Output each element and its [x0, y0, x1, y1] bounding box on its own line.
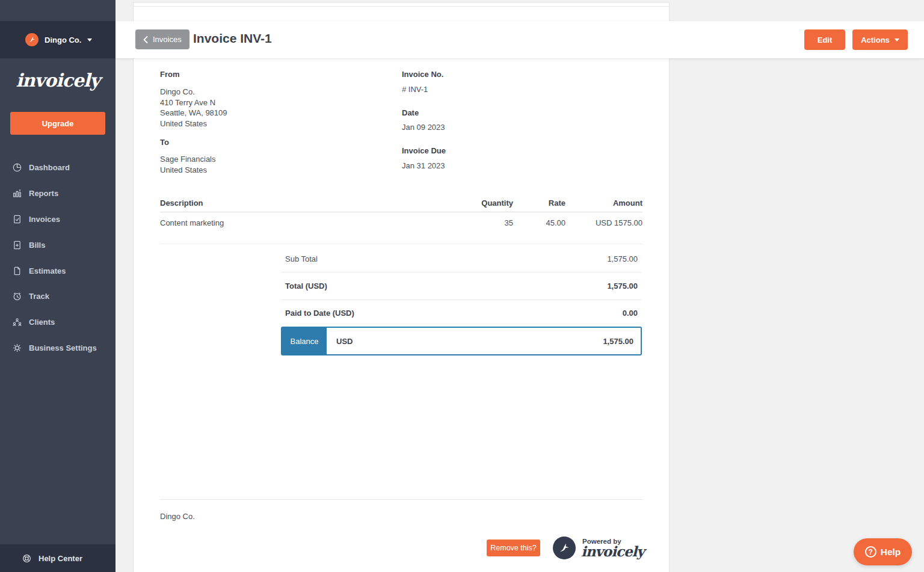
sidebar-item-clients[interactable]: Clients: [0, 313, 116, 331]
sidebar-item-label: Clients: [29, 318, 55, 327]
sidebar-item-label: Track: [29, 292, 49, 301]
line-item-description: Content marketing: [160, 218, 224, 227]
lifebuoy-icon: [22, 553, 32, 564]
balance-currency: USD: [336, 337, 353, 346]
from-line: United States: [160, 118, 227, 129]
sidebar-item-help-center[interactable]: Help Center: [0, 544, 116, 572]
clock-icon: [12, 291, 22, 301]
pie-chart-icon: [12, 162, 22, 173]
column-header-description: Description: [160, 198, 203, 208]
card-top-divider: [134, 6, 669, 7]
to-line: Sage Financials: [160, 154, 216, 165]
brand-logo: invoicely: [0, 70, 116, 91]
question-mark-icon: ?: [865, 546, 876, 558]
line-item-quantity: 35: [453, 218, 513, 227]
column-header-amount: Amount: [570, 198, 642, 208]
from-address: Dingo Co. 410 Terry Ave N Seattle, WA, 9…: [160, 87, 227, 129]
bar-chart-icon: [12, 188, 22, 198]
paid-to-date-label: Paid to Date (USD): [285, 309, 354, 318]
document-plus-icon: [12, 240, 22, 250]
total-value: 1,575.00: [517, 281, 638, 291]
sidebar-item-bills[interactable]: Bills: [0, 236, 116, 254]
invoice-due-label: Invoice Due: [402, 146, 446, 155]
line-item-rate: 45.00: [517, 218, 565, 227]
from-line: Dingo Co.: [160, 87, 227, 97]
chevron-left-icon: [143, 36, 148, 43]
invoice-due-value: Jan 31 2023: [402, 161, 445, 170]
from-line: 410 Terry Ave N: [160, 97, 227, 108]
back-to-invoices-button[interactable]: Invoices: [135, 29, 189, 49]
back-button-label: Invoices: [153, 35, 182, 44]
sidebar-item-label: Invoices: [29, 215, 60, 224]
remove-branding-button[interactable]: Remove this?: [487, 540, 540, 556]
line-item-amount: USD 1575.00: [570, 218, 642, 227]
powered-by-brand: invoicely: [581, 543, 644, 559]
sidebar-item-label: Dashboard: [29, 163, 70, 172]
subtotal-value: 1,575.00: [517, 254, 638, 263]
invoice-no-label: Invoice No.: [402, 70, 443, 79]
column-header-quantity: Quantity: [453, 198, 513, 208]
sidebar-item-business-settings[interactable]: Business Settings: [0, 339, 116, 357]
page-title: Invoice INV-1: [193, 31, 272, 46]
date-label: Date: [402, 108, 419, 117]
sidebar-item-label: Estimates: [29, 266, 66, 275]
sidebar-item-label: Reports: [29, 189, 58, 198]
table-header-divider: [160, 212, 642, 212]
gear-icon: [12, 343, 22, 353]
column-header-rate: Rate: [517, 198, 565, 208]
company-logo-icon: [25, 33, 38, 46]
subtotal-label: Sub Total: [285, 254, 318, 263]
sidebar-item-label: Business Settings: [29, 343, 97, 352]
paid-to-date-value: 0.00: [517, 309, 638, 318]
help-button[interactable]: ? Help: [854, 538, 912, 565]
actions-button-label: Actions: [861, 35, 890, 45]
invoice-no-value: # INV-1: [402, 85, 428, 94]
totals-divider: [281, 300, 642, 300]
account-switcher[interactable]: Dingo Co.: [0, 21, 116, 58]
people-icon: [12, 317, 22, 327]
total-label: Total (USD): [285, 281, 327, 291]
from-label: From: [160, 70, 180, 79]
footer-company-name: Dingo Co.: [160, 512, 195, 521]
totals-divider: [281, 272, 642, 272]
help-button-label: Help: [881, 547, 901, 558]
sidebar: Dingo Co. invoicely Upgrade Dashboard Re…: [0, 0, 116, 572]
date-value: Jan 09 2023: [402, 123, 445, 132]
sidebar-item-label: Bills: [29, 241, 45, 250]
sidebar-item-reports[interactable]: Reports: [0, 184, 116, 202]
balance-badge: Balance: [282, 328, 327, 354]
sidebar-item-invoices[interactable]: Invoices: [0, 210, 116, 228]
account-name: Dingo Co.: [45, 35, 81, 45]
table-bottom-divider: [160, 244, 642, 244]
to-line: United States: [160, 165, 216, 176]
help-center-label: Help Center: [38, 554, 82, 563]
to-label: To: [160, 138, 169, 147]
upgrade-button[interactable]: Upgrade: [10, 112, 105, 135]
balance-row: Balance USD 1,575.00: [281, 327, 642, 355]
from-line: Seattle, WA, 98109: [160, 108, 227, 118]
footer-divider: [160, 499, 642, 500]
sidebar-item-track[interactable]: Track: [0, 287, 116, 305]
to-address: Sage Financials United States: [160, 154, 216, 175]
page-header: Invoices Invoice INV-1 Edit Actions: [116, 21, 924, 58]
actions-button[interactable]: Actions: [852, 29, 908, 50]
chevron-down-icon: [87, 38, 92, 42]
document-icon: [12, 266, 22, 276]
balance-value: 1,575.00: [603, 337, 633, 346]
document-check-icon: [12, 214, 22, 224]
sidebar-item-estimates[interactable]: Estimates: [0, 262, 116, 280]
invoicely-bird-logo-icon: [553, 537, 576, 559]
edit-button[interactable]: Edit: [804, 29, 845, 50]
sidebar-item-dashboard[interactable]: Dashboard: [0, 158, 116, 176]
chevron-down-icon: [895, 38, 899, 42]
